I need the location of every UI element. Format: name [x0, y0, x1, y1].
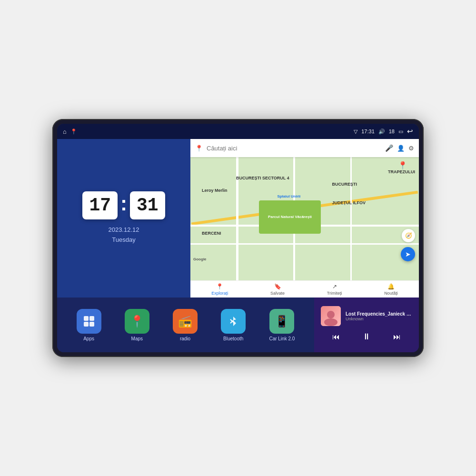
google-logo: Google [193, 257, 207, 261]
google-maps-icon: 📍 [195, 145, 203, 152]
apps-area: Apps 📍 Maps 📻 radio [57, 298, 314, 352]
media-next-button[interactable]: ⏭ [389, 331, 405, 343]
explore-label: Explorați [211, 291, 228, 296]
saved-label: Salvate [270, 291, 285, 296]
top-section: 17 : 31 2023.12.12 Tuesday 📍 🎤 [57, 139, 419, 298]
svg-point-6 [324, 318, 337, 326]
map-navigate-button[interactable]: ➤ [401, 247, 415, 261]
maps-shortcut-icon[interactable]: 📍 [70, 129, 77, 135]
app-icon-radio[interactable]: 📻 radio [173, 309, 198, 341]
map-nav-news[interactable]: 🔔 Noutăți [384, 283, 398, 296]
volume-level: 18 [389, 129, 395, 134]
clock-hour: 17 [82, 191, 118, 219]
map-body[interactable]: Parcul Natural Văcărești BUCUREȘTI JUDEȚ… [190, 157, 419, 280]
bluetooth-icon-box [221, 309, 246, 334]
map-panel: 📍 🎤 👤 ⚙ [190, 139, 419, 298]
clock-minute: 31 [130, 191, 165, 219]
map-location-marker: 📍 [398, 161, 407, 170]
media-artist: Unknown [346, 317, 412, 321]
clock-display: 17 : 31 [82, 191, 165, 219]
more-options-icon[interactable]: ⚙ [408, 145, 414, 152]
map-nav-share[interactable]: ↗ Trimiteți [327, 283, 342, 296]
clock-colon: : [120, 194, 127, 214]
status-left-icons: ⌂ 📍 [63, 128, 77, 135]
map-road-horizontal-3 [190, 243, 419, 245]
carlink-icon-box: 📱 [269, 309, 294, 334]
app-icon-maps[interactable]: 📍 Maps [125, 309, 149, 341]
apps-label: Apps [83, 336, 94, 341]
share-icon: ↗ [332, 283, 337, 290]
app-icon-carlink[interactable]: 📱 Car Link 2.0 [269, 309, 295, 341]
back-icon[interactable]: ↩ [407, 127, 413, 136]
media-player: Lost Frequencies_Janieck Devy-... Unknow… [314, 298, 419, 352]
map-park-vacaresti: Parcul Natural Văcărești [259, 200, 321, 234]
app-icon-bluetooth[interactable]: Bluetooth [221, 309, 246, 341]
svg-rect-1 [89, 316, 94, 321]
media-play-pause-button[interactable]: ⏸ [358, 330, 375, 344]
signal-icon: ▽ [354, 129, 357, 135]
maps-icon-box: 📍 [125, 309, 149, 334]
map-nav-saved[interactable]: 🔖 Salvate [270, 283, 285, 296]
map-background: Parcul Natural Văcărești BUCUREȘTI JUDEȚ… [190, 157, 419, 280]
volume-icon: 🔊 [378, 129, 385, 135]
apps-icon-box [77, 309, 101, 334]
bottom-section: Apps 📍 Maps 📻 radio [57, 298, 419, 352]
battery-icon: ▭ [398, 129, 403, 135]
clock-panel: 17 : 31 2023.12.12 Tuesday [57, 139, 190, 298]
bluetooth-label: Bluetooth [223, 336, 243, 341]
maps-label: Maps [131, 336, 143, 341]
car-head-unit: ⌂ 📍 ▽ 17:31 🔊 18 ▭ ↩ 17 : [52, 119, 424, 357]
media-top: Lost Frequencies_Janieck Devy-... Unknow… [321, 306, 412, 326]
map-label-trapezului: TRAPEZULUI [388, 169, 415, 174]
svg-point-5 [327, 311, 335, 318]
map-label-sector4: BUCUREȘTI SECTORUL 4 [236, 176, 289, 180]
map-nav-explore[interactable]: 📍 Explorați [211, 283, 228, 296]
media-controls: ⏮ ⏸ ⏭ [321, 330, 412, 344]
media-prev-button[interactable]: ⏮ [328, 331, 344, 343]
radio-icon-box: 📻 [173, 309, 198, 334]
carlink-label: Car Link 2.0 [269, 336, 295, 341]
news-label: Noutăți [384, 291, 398, 296]
app-icon-apps[interactable]: Apps [77, 309, 101, 341]
main-content: 17 : 31 2023.12.12 Tuesday 📍 🎤 [57, 139, 419, 352]
svg-rect-0 [84, 316, 89, 321]
clock-date: 2023.12.12 Tuesday [108, 225, 139, 245]
share-label: Trimiteți [327, 291, 342, 296]
map-compass-button[interactable]: 🧭 [402, 229, 415, 242]
status-time: 17:31 [361, 129, 375, 134]
map-search-input[interactable] [207, 145, 381, 152]
map-search-bar: 📍 🎤 👤 ⚙ [190, 139, 419, 157]
map-label-splaiul: Splaiul Unirii [277, 194, 300, 198]
status-right-info: ▽ 17:31 🔊 18 ▭ ↩ [354, 127, 413, 136]
explore-icon: 📍 [216, 283, 223, 290]
map-bottom-nav: 📍 Explorați 🔖 Salvate ↗ Trimiteți 🔔 [190, 280, 419, 298]
media-song-title: Lost Frequencies_Janieck Devy-... [346, 311, 412, 317]
svg-rect-3 [89, 322, 94, 327]
home-icon[interactable]: ⌂ [63, 128, 67, 135]
status-bar: ⌂ 📍 ▽ 17:31 🔊 18 ▭ ↩ [57, 124, 419, 139]
media-thumbnail [321, 306, 341, 326]
map-road-vertical-3 [350, 157, 352, 280]
map-label-berceni: BERCENI [202, 231, 221, 236]
map-label-ilfov: JUDEȚUL ILFOV [332, 200, 366, 205]
account-icon[interactable]: 👤 [397, 145, 405, 152]
media-info: Lost Frequencies_Janieck Devy-... Unknow… [346, 311, 412, 321]
map-label-bucuresti: BUCUREȘTI [332, 182, 357, 187]
map-label-leroy: Leroy Merlin [202, 188, 228, 193]
device-screen: ⌂ 📍 ▽ 17:31 🔊 18 ▭ ↩ 17 : [57, 124, 419, 352]
voice-search-icon[interactable]: 🎤 [385, 144, 393, 152]
saved-icon: 🔖 [274, 283, 281, 290]
radio-label: radio [180, 336, 190, 341]
svg-rect-2 [84, 322, 89, 327]
news-icon: 🔔 [387, 283, 395, 290]
